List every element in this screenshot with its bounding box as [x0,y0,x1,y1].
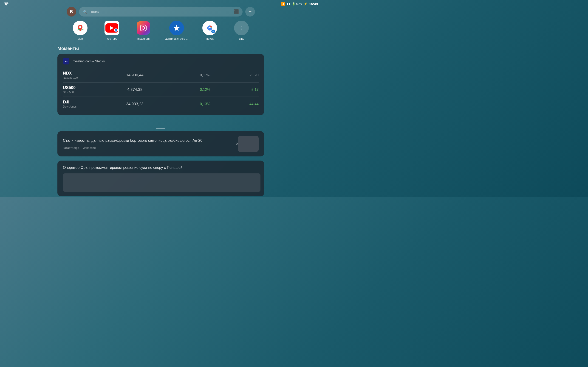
svg-rect-9 [210,27,212,28]
news-headline-1: Стали известны данные расшифровки бортов… [63,138,234,143]
status-bar: 📶 ▮▮ 🔋 68% ⚡ 15:49 [277,0,321,8]
search-icon: 🔍 [83,10,87,14]
stock-name-us500: S&P 500 [63,91,100,94]
stock-change-dji: 0,13% [170,102,240,106]
app-instagram-label: Instagram [137,37,149,40]
svg-rect-2 [140,25,146,31]
app-instagram[interactable]: Instagram [133,21,154,40]
stock-price-ndx: 14.900,44 [100,73,170,77]
svg-point-4 [145,26,146,27]
stock-price-dji: 34.933,23 [100,102,170,106]
top-bar: B 🔍 Поиск ⬛ + [67,7,255,17]
app-turbo[interactable]: Центр Быстрого ... [165,21,188,40]
stock-price-us500: 4.374,38 [100,87,170,92]
stock-change-us500: 0,12% [170,88,240,92]
investing-logo: Inv [63,58,69,65]
news-source: Известия [83,146,95,150]
stock-name-ndx: Nasdaq 100 [63,76,100,79]
app-youtube-label: YouTube [106,37,117,40]
svg-point-3 [142,27,145,29]
app-map[interactable]: Map [70,21,90,40]
stock-diff-us500: 5,17 [240,88,259,92]
app-youtube[interactable]: + YouTube [102,21,122,40]
app-map-label: Map [78,37,83,40]
widget-header: Inv Investing.com – Stocks [63,58,259,65]
app-turbo-label: Центр Быстрого ... [165,37,188,40]
news-card-2[interactable]: Оператор Opal прокомментировал решение с… [57,161,264,196]
news-tag: катастрофа [63,146,79,150]
stock-row-dji[interactable]: DJI Dow Jones 34.933,23 0,13% 44,44 [63,97,259,111]
search-bar[interactable]: 🔍 Поиск ⬛ [79,7,242,17]
stock-change-ndx: 0,17% [170,73,240,77]
charging-icon: ⚡ [304,2,307,6]
stock-row-us500[interactable]: US500 S&P 500 4.374,38 0,12% 5,17 [63,83,259,97]
stock-ticker-dji: DJI [63,100,100,105]
battery-level: 🔋 68% [292,2,302,6]
news-card-1[interactable]: Стали известны данные расшифровки бортов… [57,131,264,156]
app-more-label: Еще [239,37,244,40]
app-more[interactable]: ⋮ Еще [231,21,252,40]
stock-ticker-ndx: NDX [63,71,100,76]
news-close-button[interactable]: ✕ [235,141,239,146]
news-image-2 [63,173,260,192]
stock-diff-dji: 44,44 [240,102,259,106]
app-google-label: Поиск [206,37,214,40]
wifi-icon [4,2,9,7]
stock-ticker-us500: US500 [63,85,100,90]
stock-diff-ndx: 25,90 [240,73,259,77]
svg-point-1 [79,26,81,28]
apps-row: Map + YouTube Instagram [64,21,257,40]
avatar[interactable]: B [67,7,76,17]
widget-title: Investing.com – Stocks [72,59,105,63]
signal-icon: ▮▮ [287,2,290,6]
stocks-widget: Inv Investing.com – Stocks NDX Nasdaq 10… [57,54,264,115]
scroll-indicator [156,128,165,129]
clock: 15:49 [309,2,318,6]
news-image-1 [238,136,259,152]
news-meta-1: катастрофа Известия [63,146,234,150]
stock-row-ndx[interactable]: NDX Nasdaq 100 14.900,44 0,17% 25,90 [63,68,259,82]
scan-icon[interactable]: ⬛ [234,9,239,14]
bluetooth-icon: 📶 [281,2,285,6]
stock-name-dji: Dow Jones [63,105,100,108]
search-placeholder: Поиск [90,10,232,14]
news-headline-2: Оператор Opal прокомментировал решение с… [63,165,259,170]
momenty-title: Моменты [57,46,264,51]
app-google[interactable]: G + Поиск [199,21,220,40]
svg-text:+: + [212,30,214,33]
news-text-col-1: Стали известны данные расшифровки бортов… [63,138,234,149]
add-tab-button[interactable]: + [245,7,255,17]
